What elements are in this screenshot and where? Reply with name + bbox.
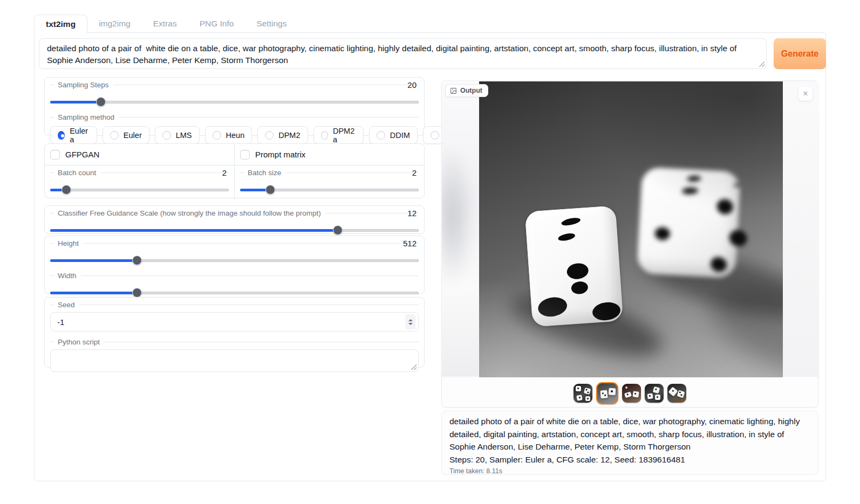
stable-diffusion-webui: txt2img img2img Extras PNG Info Settings… [0, 0, 860, 504]
tab-txt2img[interactable]: txt2img [34, 15, 87, 33]
radio-icon [162, 131, 171, 140]
radio-icon [213, 131, 221, 140]
batch-count-field: Batch count 2 [45, 165, 234, 200]
slider-thumb[interactable] [96, 97, 106, 107]
seed-label: Seed [58, 301, 79, 309]
sampling-steps-field: Sampling Steps 20 [45, 78, 424, 112]
slider-thumb[interactable] [132, 256, 142, 265]
slider-thumb[interactable] [333, 225, 343, 235]
batch-size-slider[interactable] [240, 185, 419, 195]
gfpgan-label: GFPGAN [65, 150, 99, 159]
slider-thumb[interactable] [132, 288, 142, 298]
gallery-edge-right [783, 81, 819, 377]
cfg-slider[interactable] [50, 225, 419, 235]
batch-count-slider[interactable] [50, 185, 229, 195]
gallery-thumb-3[interactable] [622, 384, 641, 403]
height-slider[interactable] [50, 256, 419, 265]
output-header: Output [445, 84, 488, 97]
tab-settings[interactable]: Settings [245, 15, 298, 33]
seed-input[interactable]: -1 [50, 312, 419, 332]
number-spinner[interactable] [405, 314, 415, 329]
generated-image[interactable] [479, 81, 783, 377]
cfg-label: Classifier Free Guidance Scale (how stro… [58, 209, 325, 217]
batch-count-label: Batch count [58, 169, 100, 177]
prompt-box: detailed photo of a pair of white die on… [39, 38, 767, 69]
radio-icon [110, 131, 119, 140]
prompt-matrix-row: Prompt matrix [235, 144, 424, 165]
spinner-up-icon[interactable] [408, 319, 413, 321]
python-script-label: Python script [58, 338, 104, 346]
prompt-input[interactable]: detailed photo of a pair of white die on… [39, 39, 766, 68]
dimensions-group: Height 512 Width 512 [44, 236, 425, 294]
slider-thumb[interactable] [62, 185, 71, 195]
prompt-matrix-label: Prompt matrix [255, 150, 305, 159]
sampling-steps-label: Sampling Steps [58, 81, 113, 89]
gallery-thumb-4[interactable] [645, 384, 664, 403]
width-slider[interactable] [50, 288, 419, 298]
sampler-option-lms[interactable]: LMS [155, 126, 200, 144]
sampler-option-dpm2-a[interactable]: DPM2 a [313, 126, 364, 144]
sampler-option-ddim[interactable]: DDIM [369, 126, 418, 144]
batch-size-field: Batch size 2 [235, 165, 424, 200]
sampler-option-euler-a[interactable]: Euler a [50, 126, 97, 144]
radio-icon [377, 131, 385, 140]
width-label: Width [58, 272, 81, 280]
generate-button[interactable]: Generate [774, 38, 826, 69]
seed-field: Seed -1 [45, 298, 424, 337]
sampling-method-label: Sampling method [58, 113, 119, 121]
gfpgan-row: GFPGAN [45, 144, 234, 165]
cfg-value: 12 [407, 209, 417, 218]
tab-bar: txt2img img2img Extras PNG Info Settings [34, 15, 298, 33]
python-script-field: Python script [45, 337, 424, 377]
result-prompt-text: detailed photo of a pair of white die on… [449, 415, 810, 453]
sampling-steps-value: 20 [407, 80, 417, 89]
spinner-down-icon[interactable] [408, 323, 413, 325]
output-info: detailed photo of a pair of white die on… [441, 411, 818, 475]
batch-group: GFPGAN Batch count 2 Prompt matrix Batch… [44, 143, 425, 198]
sampling-steps-slider[interactable] [50, 97, 419, 107]
result-time-taken: Time taken: 8.11s [449, 467, 810, 475]
tab-img2img[interactable]: img2img [87, 15, 142, 33]
prompt-matrix-checkbox[interactable] [240, 150, 250, 160]
gfpgan-checkbox[interactable] [50, 150, 60, 160]
python-script-input[interactable] [51, 350, 418, 371]
radio-icon [431, 131, 439, 140]
sampling-group: Sampling Steps 20 Sampling method Euler … [44, 77, 425, 136]
output-gallery [442, 381, 818, 405]
seed-value: -1 [57, 317, 64, 327]
output-label: Output [460, 87, 482, 94]
batch-count-value: 2 [222, 168, 227, 177]
sampler-option-euler[interactable]: Euler [103, 126, 149, 144]
output-panel: Output × [441, 80, 818, 408]
result-params-text: Steps: 20, Sampler: Euler a, CFG scale: … [449, 453, 810, 466]
tab-png-info[interactable]: PNG Info [188, 15, 245, 33]
radio-checked-icon [58, 131, 65, 140]
radio-icon [265, 131, 274, 140]
gallery-edge-blur-left [442, 81, 479, 377]
close-output-button[interactable]: × [798, 87, 813, 101]
python-script-box [50, 349, 419, 372]
sampler-options: Euler a Euler LMS Heun DPM2 DPM2 a DDIM … [50, 126, 419, 144]
height-field: Height 512 [45, 236, 424, 271]
radio-icon [321, 131, 328, 140]
seed-group: Seed -1 Python script [44, 297, 425, 368]
height-value: 512 [403, 239, 417, 248]
gallery-thumb-1[interactable] [574, 384, 592, 403]
gallery-thumb-2-selected[interactable] [596, 382, 618, 404]
sampler-option-dpm2[interactable]: DPM2 [257, 126, 308, 144]
cfg-group: Classifier Free Guidance Scale (how stro… [44, 205, 425, 234]
batch-size-value: 2 [412, 168, 417, 177]
batch-size-label: Batch size [248, 169, 285, 177]
gallery-thumb-5[interactable] [667, 384, 686, 403]
sampler-option-heun[interactable]: Heun [205, 126, 252, 144]
tab-extras[interactable]: Extras [142, 15, 188, 33]
image-icon [450, 87, 457, 94]
slider-thumb[interactable] [265, 185, 275, 195]
height-label: Height [58, 239, 83, 247]
